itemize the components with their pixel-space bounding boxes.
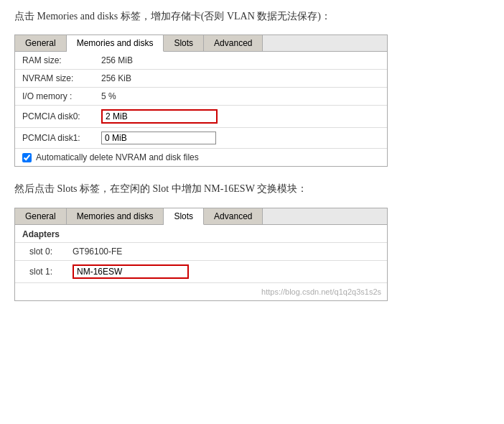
nvram-size-value: 256 KiB xyxy=(101,73,131,83)
slot-1-row: slot 1: xyxy=(15,261,387,283)
tab-bar-2: General Memories and disks Slots Advance… xyxy=(15,208,387,225)
tab-memories-disks-2[interactable]: Memories and disks xyxy=(67,208,164,224)
tab-advanced-1[interactable]: Advanced xyxy=(204,35,263,51)
watermark-row: https://blog.csdn.net/q1q2q3s1s2s xyxy=(15,283,387,300)
panel-memories-disks: General Memories and disks Slots Advance… xyxy=(14,34,388,167)
ram-size-label: RAM size: xyxy=(22,55,101,65)
tab-memories-disks-1[interactable]: Memories and disks xyxy=(67,35,164,52)
watermark-text: https://blog.csdn.net/q1q2q3s1s2s xyxy=(261,287,381,296)
tab-general-1[interactable]: General xyxy=(15,35,67,51)
io-memory-value: 5 % xyxy=(101,91,116,101)
ram-size-value: 256 MiB xyxy=(101,55,133,65)
pcmcia-disk0-label: PCMCIA disk0: xyxy=(22,111,101,121)
slot-0-row: slot 0: GT96100-FE xyxy=(15,243,387,261)
slot-1-label: slot 1: xyxy=(29,267,73,277)
panel-slots: General Memories and disks Slots Advance… xyxy=(14,208,388,301)
pcmcia-disk1-row: PCMCIA disk1: xyxy=(15,128,387,149)
tab-slots-2[interactable]: Slots xyxy=(164,208,204,225)
tab-bar-1: General Memories and disks Slots Advance… xyxy=(15,35,387,52)
pcmcia-disk1-label: PCMCIA disk1: xyxy=(22,133,101,143)
pcmcia-disk1-input[interactable] xyxy=(101,132,216,144)
panel-body-2: Adapters slot 0: GT96100-FE slot 1: http… xyxy=(15,225,387,300)
slot-0-label: slot 0: xyxy=(29,246,73,257)
pcmcia-disk0-input[interactable] xyxy=(101,109,218,124)
auto-delete-label: Automatically delete NVRAM and disk file… xyxy=(36,152,199,162)
nvram-size-label: NVRAM size: xyxy=(22,73,101,83)
tab-advanced-2[interactable]: Advanced xyxy=(204,208,263,224)
intro-text-2: 然后点击 Slots 标签，在空闲的 Slot 中增加 NM-16ESW 交换模… xyxy=(14,181,490,197)
ram-size-row: RAM size: 256 MiB xyxy=(15,52,387,70)
io-memory-row: I/O memory : 5 % xyxy=(15,88,387,106)
adapters-label: Adapters xyxy=(15,225,387,243)
intro-text-1: 点击 Memories and disks 标签，增加存储卡(否则 VLAN 数… xyxy=(14,9,490,24)
tab-general-2[interactable]: General xyxy=(15,208,67,224)
auto-delete-checkbox[interactable] xyxy=(22,153,32,162)
auto-delete-row: Automatically delete NVRAM and disk file… xyxy=(15,149,387,166)
panel-body-1: RAM size: 256 MiB NVRAM size: 256 KiB I/… xyxy=(15,52,387,166)
pcmcia-disk0-row: PCMCIA disk0: xyxy=(15,106,387,128)
io-memory-label: I/O memory : xyxy=(22,91,101,101)
nvram-size-row: NVRAM size: 256 KiB xyxy=(15,70,387,88)
slot-1-input[interactable] xyxy=(73,264,189,279)
slot-0-value: GT96100-FE xyxy=(73,246,122,257)
tab-slots-1[interactable]: Slots xyxy=(164,35,204,51)
